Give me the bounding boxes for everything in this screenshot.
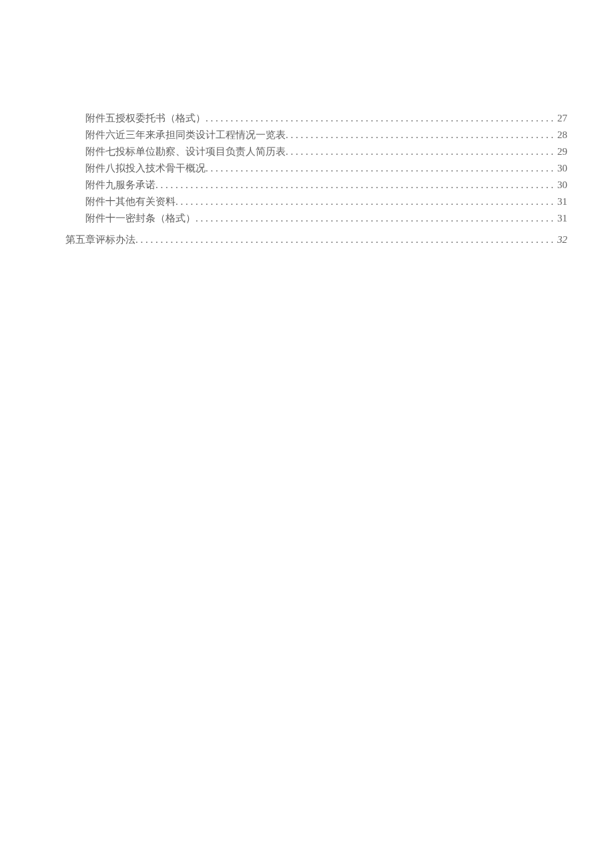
toc-leader-dots xyxy=(286,127,556,143)
toc-entry[interactable]: 附件六近三年来承担同类设计工程情况一览表 28 xyxy=(65,127,567,143)
toc-entry-page: 31 xyxy=(556,210,567,227)
toc-entry-title: 附件七投标单位勘察、设计项目负责人简历表 xyxy=(85,143,286,160)
toc-entry[interactable]: 附件八拟投入技术骨干概况 30 xyxy=(65,160,567,177)
toc-entry-title: 附件六近三年来承担同类设计工程情况一览表 xyxy=(85,127,286,143)
toc-entry[interactable]: 附件七投标单位勘察、设计项目负责人简历表 29 xyxy=(65,143,567,160)
toc-leader-dots xyxy=(206,160,556,177)
toc-entry-page: 28 xyxy=(556,127,567,143)
toc-entry-title: 附件五授权委托书（格式） xyxy=(85,110,206,127)
toc-entry[interactable]: 附件十其他有关资料 31 xyxy=(65,193,567,210)
toc-chapter-page: 32 xyxy=(556,232,567,248)
toc-entry-page: 30 xyxy=(556,177,567,193)
toc-chapter-entry[interactable]: 第五章评标办法 32 xyxy=(65,232,567,248)
toc-chapter-title: 第五章评标办法 xyxy=(65,232,135,248)
toc-entry-page: 30 xyxy=(556,160,567,177)
toc-entry-title: 附件十一密封条（格式） xyxy=(85,210,196,227)
toc-entry[interactable]: 附件九服务承诺 30 xyxy=(65,177,567,193)
toc-entry[interactable]: 附件五授权委托书（格式） 27 xyxy=(65,110,567,127)
document-page: 附件五授权委托书（格式） 27 附件六近三年来承担同类设计工程情况一览表 28 … xyxy=(0,0,614,868)
toc-leader-dots xyxy=(156,177,556,193)
toc-entry-page: 31 xyxy=(556,193,567,210)
toc-entry-title: 附件八拟投入技术骨干概况 xyxy=(85,160,206,177)
toc-entry[interactable]: 附件十一密封条（格式） 31 xyxy=(65,210,567,227)
toc-entry-page: 29 xyxy=(556,143,567,160)
toc-entry-page: 27 xyxy=(556,110,567,127)
toc-leader-dots xyxy=(196,210,556,227)
toc-leader-dots xyxy=(176,193,556,210)
toc-leader-dots xyxy=(206,110,556,127)
toc-entry-title: 附件十其他有关资料 xyxy=(85,193,176,210)
toc-leader-dots xyxy=(135,232,556,248)
toc-leader-dots xyxy=(286,143,556,160)
toc-entry-title: 附件九服务承诺 xyxy=(85,177,156,193)
